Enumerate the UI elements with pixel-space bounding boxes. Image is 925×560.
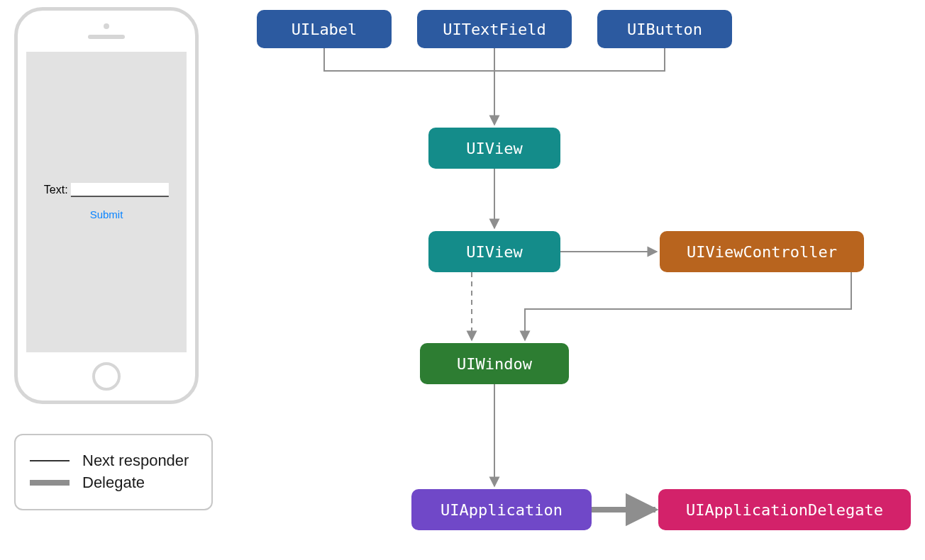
- phone-screen: Text: Submit: [26, 52, 187, 352]
- node-uiview-2: UIView: [428, 231, 560, 272]
- node-uitextfield: UITextField: [417, 10, 572, 48]
- legend-next-responder-label: Next responder: [82, 452, 189, 469]
- text-field[interactable]: [71, 183, 169, 197]
- legend-next-responder-swatch: [30, 460, 70, 461]
- node-uibutton: UIButton: [597, 10, 732, 48]
- legend: Next responder Delegate: [14, 434, 213, 510]
- edge-uiviewcontroller-uiwindow: [525, 272, 851, 340]
- iphone-mockup: Text: Submit: [14, 7, 199, 404]
- node-uiview-1: UIView: [428, 128, 560, 169]
- node-uiwindow: UIWindow: [420, 343, 569, 384]
- edge-uibutton-merge: [494, 48, 665, 71]
- legend-delegate-label: Delegate: [82, 474, 145, 492]
- submit-button[interactable]: Submit: [90, 208, 123, 220]
- phone-form: Text: Submit: [44, 183, 169, 221]
- node-uiviewcontroller: UIViewController: [660, 231, 864, 272]
- node-uiapplication: UIApplication: [411, 489, 592, 530]
- phone-speaker: [88, 35, 125, 39]
- text-label: Text:: [44, 184, 68, 196]
- phone-camera-dot: [104, 23, 109, 29]
- edge-uilabel-merge: [324, 48, 494, 71]
- legend-delegate-swatch: [30, 480, 70, 486]
- phone-home-button[interactable]: [92, 362, 121, 391]
- node-uilabel: UILabel: [257, 10, 392, 48]
- node-uiapplicationdelegate: UIApplicationDelegate: [658, 489, 911, 530]
